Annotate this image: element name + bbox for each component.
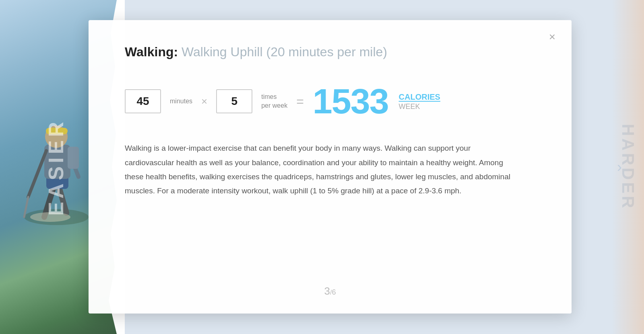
next-chevron[interactable]: › xyxy=(617,159,622,176)
exercise-description: Walking is a lower-impact exercise that … xyxy=(125,141,519,198)
sidebar-vertical-text: EASIER xyxy=(44,119,68,216)
close-button[interactable]: × xyxy=(546,30,559,44)
week-label: WEEK xyxy=(399,102,420,111)
title-bold: Walking: xyxy=(125,45,178,59)
pagination: 3 / 6 xyxy=(324,285,336,297)
svg-rect-10 xyxy=(68,147,79,169)
page-total: 6 xyxy=(332,288,336,297)
modal-card: × Walking: Walking Uphill (20 minutes pe… xyxy=(89,20,572,314)
multiply-operator: × xyxy=(201,95,207,108)
times-unit: times per week xyxy=(261,92,287,111)
page-current: 3 xyxy=(324,285,330,297)
times-input[interactable]: 5 xyxy=(216,89,252,113)
calories-label: CALORIES xyxy=(399,92,440,102)
minutes-unit: minutes xyxy=(170,97,192,106)
right-panel: HARDER xyxy=(612,0,644,334)
minutes-input[interactable]: 45 xyxy=(125,89,161,113)
modal-overlay: EASIER × Walking: Walking Uphill (20 min… xyxy=(0,0,644,334)
title-light: Walking Uphill (20 minutes per mile) xyxy=(182,45,387,59)
calculator-row: 45 minutes × 5 times per week = 1533 CAL… xyxy=(125,84,539,119)
calories-result: 1533 xyxy=(313,84,388,119)
equals-operator: = xyxy=(296,94,304,109)
modal-title: Walking: Walking Uphill (20 minutes per … xyxy=(125,44,539,59)
result-label: CALORIES WEEK xyxy=(399,92,440,111)
right-glow xyxy=(612,0,644,334)
